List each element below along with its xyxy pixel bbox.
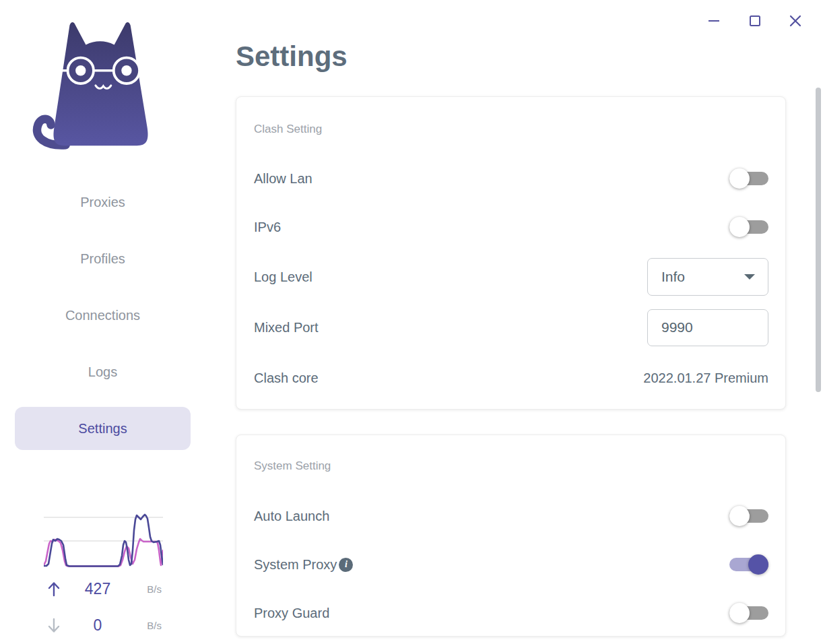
minimize-button[interactable]	[704, 11, 723, 30]
nav-label: Profiles	[80, 251, 125, 267]
nav-label: Settings	[78, 421, 127, 437]
setting-row-mixed-port: Mixed Port	[254, 307, 768, 348]
clash-setting-card: Clash Setting Allow Lan IPv6 Log Level I…	[236, 96, 786, 410]
system-setting-header: System Setting	[254, 459, 331, 473]
toggle-knob	[729, 217, 750, 237]
allow-lan-toggle[interactable]	[729, 168, 768, 189]
toggle-knob	[748, 554, 768, 575]
clash-setting-header: Clash Setting	[254, 123, 322, 136]
toggle-knob	[729, 168, 750, 189]
info-icon: i	[339, 558, 353, 572]
nav-label: Logs	[88, 364, 117, 380]
download-stat-row: 0 B/s	[47, 614, 162, 636]
setting-row-proxy-guard: Proxy Guard	[254, 593, 768, 633]
system-proxy-toggle[interactable]	[729, 554, 768, 575]
setting-row-log-level: Log Level Info	[254, 257, 768, 297]
download-speed-unit: B/s	[147, 620, 162, 631]
mixed-port-label: Mixed Port	[254, 320, 319, 335]
minimize-icon	[706, 13, 722, 29]
mixed-port-input[interactable]	[647, 309, 768, 346]
maximize-icon	[747, 13, 763, 29]
chevron-down-icon	[744, 274, 755, 280]
setting-row-auto-launch: Auto Launch	[254, 496, 768, 536]
proxy-guard-label: Proxy Guard	[254, 606, 329, 621]
download-arrow-icon	[47, 618, 70, 633]
system-setting-card: System Setting Auto Launch System Proxy …	[236, 434, 786, 637]
proxy-guard-toggle[interactable]	[729, 603, 768, 623]
clash-core-label: Clash core	[254, 371, 319, 386]
allow-lan-label: Allow Lan	[254, 171, 312, 187]
maximize-button[interactable]	[746, 11, 764, 30]
sidebar-item-connections[interactable]: Connections	[15, 294, 191, 337]
upload-arrow-icon	[47, 581, 70, 597]
close-icon	[787, 13, 803, 29]
ipv6-toggle[interactable]	[729, 217, 768, 237]
toggle-knob	[729, 506, 750, 526]
ipv6-label: IPv6	[254, 220, 281, 235]
nav-label: Proxies	[80, 195, 125, 210]
setting-row-system-proxy: System Proxy i	[254, 544, 768, 585]
setting-row-clash-core: Clash core 2022.01.27 Premium	[254, 358, 768, 398]
upload-speed-value: 427	[70, 580, 125, 598]
clash-core-version: 2022.01.27 Premium	[643, 371, 768, 386]
cat-mascot-icon	[28, 18, 158, 150]
system-proxy-label-text: System Proxy	[254, 557, 337, 573]
auto-launch-label: Auto Launch	[254, 509, 329, 524]
sidebar-item-profiles[interactable]: Profiles	[15, 237, 191, 280]
vertical-scrollbar-thumb[interactable]	[816, 88, 821, 392]
log-level-selected-value: Info	[661, 269, 685, 285]
sidebar-item-settings[interactable]: Settings	[15, 407, 191, 450]
nav-label: Connections	[65, 308, 140, 323]
sidebar-item-proxies[interactable]: Proxies	[15, 181, 191, 224]
toggle-knob	[729, 603, 750, 623]
traffic-graph	[44, 510, 163, 571]
log-level-label: Log Level	[254, 269, 312, 285]
traffic-sparkline	[44, 510, 163, 568]
auto-launch-toggle[interactable]	[729, 506, 768, 526]
clash-cat-logo	[28, 18, 158, 150]
sidebar-item-logs[interactable]: Logs	[15, 350, 191, 393]
clash-for-windows-app: { "window": { "controls": [ { "icon": "m…	[0, 0, 823, 644]
page-title: Settings	[236, 40, 348, 73]
upload-speed-unit: B/s	[147, 583, 162, 595]
upload-stat-row: 427 B/s	[47, 578, 162, 600]
setting-row-ipv6: IPv6	[254, 207, 768, 247]
download-speed-value: 0	[70, 616, 125, 635]
log-level-select[interactable]: Info	[647, 258, 768, 296]
close-button[interactable]	[786, 11, 805, 30]
setting-row-allow-lan: Allow Lan	[254, 158, 768, 199]
system-proxy-label: System Proxy i	[254, 557, 353, 573]
